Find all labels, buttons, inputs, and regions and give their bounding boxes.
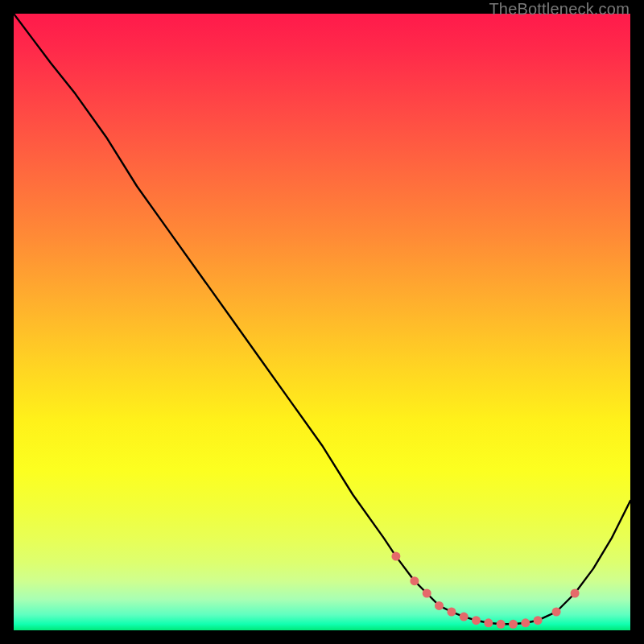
highlight-dot — [484, 618, 493, 627]
bottleneck-curve — [14, 14, 630, 630]
chart-frame: TheBottleneck.com — [0, 0, 644, 644]
highlight-dot — [509, 620, 518, 629]
chart-plot-area — [14, 14, 630, 630]
highlight-dot — [460, 613, 469, 621]
highlight-dot — [534, 616, 543, 625]
highlight-dot — [552, 608, 561, 617]
highlight-dot — [472, 616, 481, 625]
highlight-dot — [391, 552, 400, 561]
highlight-dot — [571, 589, 580, 598]
highlight-dots — [391, 552, 579, 629]
highlight-dot — [435, 601, 444, 610]
highlight-dot — [497, 620, 506, 629]
highlight-dot — [410, 576, 419, 585]
watermark-text: TheBottleneck.com — [489, 0, 630, 19]
highlight-dot — [447, 608, 456, 617]
highlight-dot — [423, 589, 431, 598]
curve-line — [14, 14, 630, 624]
highlight-dot — [521, 618, 530, 627]
